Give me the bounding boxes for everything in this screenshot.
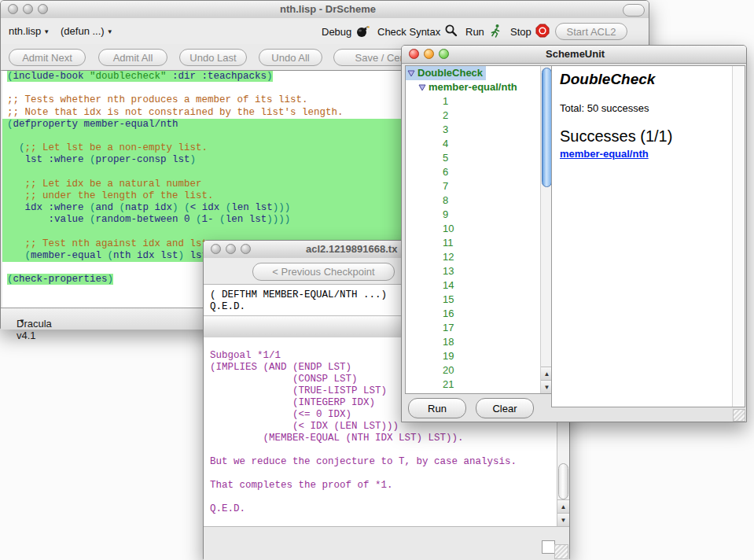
chevron-down-icon: ▼	[43, 28, 50, 35]
tree-item-case[interactable]: 4	[406, 137, 553, 151]
clear-label: Clear	[492, 403, 517, 414]
minimize-button[interactable]	[424, 49, 434, 59]
tree-item-case[interactable]: 5	[406, 151, 553, 165]
dracula-button-admit-next[interactable]: Admit Next	[9, 49, 86, 66]
tree-item-case[interactable]: 11	[406, 236, 553, 250]
success-link[interactable]: member-equal/nth	[560, 148, 729, 160]
tree-item-case[interactable]: 1	[406, 94, 553, 109]
window-title: acl2.1219891668.tx	[306, 243, 397, 255]
tree-item-case[interactable]: 13	[406, 264, 553, 278]
drscheme-toolbar: nth.lisp▼ (defun ...)▼ Debug Check Synta…	[1, 18, 649, 44]
debug-label: Debug	[322, 26, 351, 38]
tree-selection: DoubleCheck	[406, 66, 486, 80]
result-detail-panel: DoubleCheck Total: 50 successes Successe…	[551, 65, 745, 407]
chevron-down-icon: ▼	[107, 28, 113, 35]
window-title: nth.lisp - DrScheme	[280, 3, 376, 15]
schemeunit-window: SchemeUnit DoubleCheck member-equal/nth …	[401, 45, 747, 422]
test-tree: DoubleCheck member-equal/nth 12345678910…	[405, 65, 554, 394]
window-title: SchemeUnit	[546, 48, 605, 60]
dracula-button-undo-last[interactable]: Undo Last	[179, 49, 247, 66]
tree-item-case[interactable]: 8	[406, 193, 553, 208]
tree-item-case[interactable]: 17	[406, 321, 553, 335]
detail-scrollbar[interactable]	[732, 66, 745, 407]
tree-item-case[interactable]: 6	[406, 165, 553, 179]
close-button[interactable]	[8, 4, 18, 14]
tree-item-case[interactable]: 3	[406, 123, 553, 137]
run-tests-button[interactable]: Run	[408, 398, 466, 418]
acl2-checkbox[interactable]	[542, 540, 555, 554]
acl2-bottom-bar	[204, 526, 569, 560]
tree-item-case[interactable]: 18	[406, 335, 553, 349]
scrollbar-thumb[interactable]	[558, 463, 568, 499]
disclosure-triangle-icon[interactable]	[418, 81, 426, 95]
defun-dropdown[interactable]: (defun ...)▼	[61, 25, 113, 37]
zoom-button[interactable]	[38, 4, 48, 14]
chevron-down-icon: ▼	[19, 318, 25, 325]
tree-item-case[interactable]: 19	[406, 349, 553, 363]
tree-item-case[interactable]: 7	[406, 179, 553, 193]
file-dropdown-label: nth.lisp	[9, 25, 41, 37]
start-acl2-label: Start ACL2	[567, 26, 616, 38]
close-button[interactable]	[211, 244, 221, 254]
dracula-button-undo-all[interactable]: Undo All	[259, 49, 322, 66]
resize-grip-icon[interactable]	[554, 544, 568, 559]
check-syntax-button[interactable]: Check Syntax	[377, 24, 458, 39]
check-syntax-label: Check Syntax	[377, 26, 440, 38]
resize-grip-icon[interactable]	[733, 409, 745, 422]
tree-item-case[interactable]: 20	[406, 363, 553, 378]
disclosure-triangle-icon[interactable]	[407, 67, 415, 81]
close-button[interactable]	[409, 49, 419, 59]
dracula-button-admit-all[interactable]: Admit All	[98, 49, 167, 66]
stop-button[interactable]: Stop	[510, 24, 550, 39]
tree-suite-label: member-equal/nth	[428, 81, 517, 93]
zoom-button[interactable]	[439, 49, 449, 59]
runner-icon	[488, 24, 502, 40]
run-button[interactable]: Run	[465, 24, 502, 39]
defun-dropdown-label: (defun ...)	[61, 25, 105, 37]
search-icon	[444, 24, 458, 39]
minimize-button[interactable]	[23, 4, 33, 14]
minimize-button[interactable]	[226, 244, 236, 254]
successes-heading: Successes (1/1)	[560, 127, 729, 146]
start-acl2-button[interactable]: Start ACL2	[555, 23, 627, 40]
previous-checkpoint-button[interactable]: < Previous Checkpoint	[252, 263, 395, 281]
run-label: Run	[465, 26, 484, 38]
stop-octagon-icon	[535, 24, 550, 40]
clear-button[interactable]: Clear	[476, 398, 534, 418]
tree-item-root[interactable]: DoubleCheck	[406, 66, 553, 80]
zoom-button[interactable]	[241, 244, 251, 254]
schemeunit-titlebar[interactable]: SchemeUnit	[402, 46, 746, 64]
drscheme-titlebar[interactable]: nth.lisp - DrScheme	[1, 1, 649, 19]
tree-item-case[interactable]: 12	[406, 250, 553, 264]
tree-item-suite[interactable]: member-equal/nth	[406, 80, 553, 94]
tree-item-case[interactable]: 14	[406, 278, 553, 293]
toolbar-toggle-pill[interactable]	[623, 4, 645, 17]
stop-label: Stop	[510, 26, 531, 38]
scroll-down-arrow[interactable]: ▼	[557, 513, 569, 526]
tree-item-case[interactable]: 21	[406, 378, 553, 392]
bomb-icon	[355, 24, 370, 40]
result-heading: DoubleCheck	[560, 71, 729, 88]
run-tests-label: Run	[428, 403, 447, 414]
tree-item-case[interactable]: 9	[406, 208, 553, 222]
tree-root-label: DoubleCheck	[417, 67, 483, 79]
scroll-up-arrow[interactable]: ▲	[557, 499, 569, 513]
tree-item-case[interactable]: 10	[406, 222, 553, 236]
tree-item-case[interactable]: 15	[406, 293, 553, 307]
previous-checkpoint-label: < Previous Checkpoint	[272, 266, 374, 278]
file-dropdown[interactable]: nth.lisp▼	[9, 25, 50, 37]
tree-item-case[interactable]: 2	[406, 109, 553, 123]
result-total: Total: 50 successes	[560, 102, 729, 114]
tree-item-case[interactable]: 16	[406, 307, 553, 321]
debug-button[interactable]: Debug	[322, 24, 370, 39]
